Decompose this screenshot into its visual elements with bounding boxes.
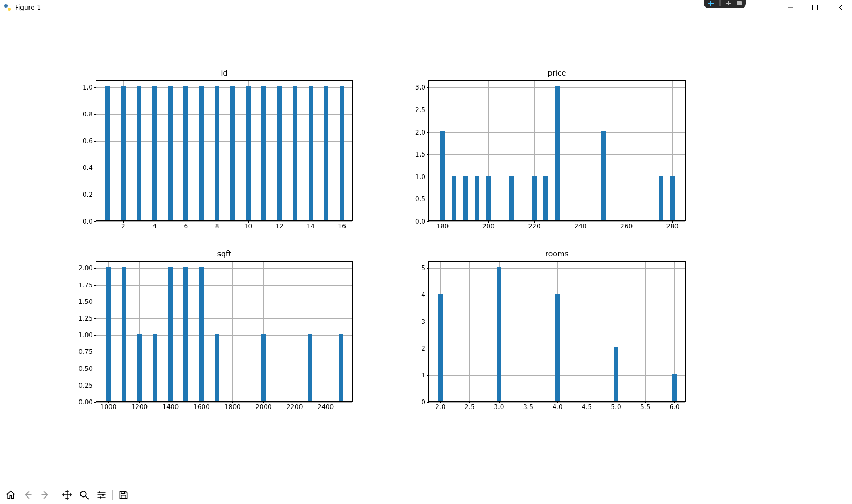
back-button[interactable] <box>20 487 35 502</box>
grid-line <box>96 268 352 269</box>
overlay-divider <box>719 0 721 6</box>
tick-mark <box>427 349 429 349</box>
tick-mark <box>427 295 429 295</box>
grid-line <box>627 81 627 220</box>
bar <box>183 86 188 220</box>
axes-sqft: sqft0.000.250.500.751.001.251.501.752.00… <box>96 261 353 402</box>
tick-mark <box>94 114 96 115</box>
grid-line <box>96 402 352 403</box>
axes-title: rooms <box>428 249 686 258</box>
plot-area: 0.00.20.40.60.81.0246810121416 <box>96 80 353 221</box>
x-tick-label: 4 <box>152 223 157 230</box>
bar <box>230 86 235 220</box>
bar <box>308 334 313 401</box>
grid-line <box>528 262 528 401</box>
plot-area: 0123452.02.53.03.54.04.55.05.56.0 <box>428 261 686 402</box>
tick-mark <box>94 402 96 403</box>
grid-line <box>326 262 326 401</box>
bar <box>440 131 445 220</box>
maximize-button[interactable] <box>803 0 827 15</box>
bar <box>614 347 619 401</box>
bar <box>246 86 251 220</box>
axes-price: price0.00.51.01.52.02.53.018020022024026… <box>428 80 686 221</box>
grid-line <box>96 335 352 336</box>
tick-mark <box>94 352 96 352</box>
bar <box>452 176 457 220</box>
y-tick-label: 1.0 <box>83 84 93 91</box>
y-tick-label: 1 <box>421 372 425 379</box>
tick-mark <box>94 318 96 319</box>
pan-button[interactable] <box>60 487 75 502</box>
grid-line <box>96 114 352 115</box>
x-tick-label: 6 <box>183 223 188 230</box>
bar <box>137 334 142 401</box>
grid-line <box>587 262 587 401</box>
x-tick-label: 16 <box>338 223 346 230</box>
zoom-button[interactable] <box>77 487 92 502</box>
tick-mark <box>94 221 96 222</box>
bar <box>168 267 173 401</box>
x-tick-label: 220 <box>528 223 541 230</box>
y-tick-label: 3 <box>421 318 425 325</box>
svg-rect-4 <box>813 5 818 10</box>
x-tick-label: 5.0 <box>611 403 621 411</box>
grid-line <box>232 262 233 401</box>
y-tick-label: 0.00 <box>78 398 93 406</box>
tick-mark <box>427 221 429 222</box>
bar <box>199 267 204 401</box>
svg-point-1 <box>8 8 11 11</box>
home-button[interactable] <box>3 487 18 502</box>
bar <box>324 86 329 220</box>
window-title: Figure 1 <box>15 4 41 11</box>
x-tick-label: 14 <box>306 223 314 230</box>
tick-mark <box>94 369 96 369</box>
bar <box>486 176 491 220</box>
x-tick-label: 2400 <box>318 403 334 411</box>
x-tick-label: 2200 <box>287 403 303 411</box>
bar <box>497 267 502 401</box>
bar <box>152 86 157 220</box>
y-tick-label: 4 <box>421 291 425 299</box>
y-tick-label: 0.25 <box>78 382 93 389</box>
grid-line <box>96 87 352 88</box>
bar <box>340 86 344 220</box>
grid-line <box>96 386 352 386</box>
svg-rect-7 <box>102 494 104 495</box>
y-tick-label: 1.0 <box>415 173 425 181</box>
x-tick-label: 5.5 <box>640 403 650 411</box>
bar <box>293 86 298 220</box>
bar <box>670 176 675 220</box>
grid-line <box>429 221 685 222</box>
x-tick-label: 1800 <box>224 403 241 411</box>
bar <box>509 176 514 220</box>
forward-button[interactable] <box>38 487 53 502</box>
y-tick-label: 2.5 <box>415 106 425 114</box>
tick-mark <box>427 322 429 322</box>
bar <box>309 86 313 220</box>
close-button[interactable] <box>827 0 852 15</box>
y-tick-label: 3.0 <box>415 84 425 91</box>
x-tick-label: 2000 <box>255 403 272 411</box>
configure-subplots-button[interactable] <box>94 487 109 502</box>
y-tick-label: 0.5 <box>415 195 425 203</box>
y-tick-label: 0.50 <box>78 365 93 373</box>
axes-rooms: rooms0123452.02.53.03.54.04.55.05.56.0 <box>428 261 686 402</box>
y-tick-label: 0.6 <box>83 137 93 145</box>
plot-area: 0.000.250.500.751.001.251.501.752.001000… <box>96 261 353 402</box>
y-tick-label: 1.50 <box>78 298 93 306</box>
figure-canvas: id0.00.20.40.60.81.0246810121416price0.0… <box>0 15 852 485</box>
x-tick-label: 12 <box>275 223 283 230</box>
grid-line <box>96 352 352 352</box>
y-tick-label: 2.00 <box>78 264 93 272</box>
minimize-button[interactable] <box>778 0 803 15</box>
tick-mark <box>94 87 96 88</box>
bar <box>339 334 344 401</box>
tick-mark <box>427 199 429 199</box>
grid-line <box>96 195 352 195</box>
bar <box>659 176 664 220</box>
axes-title: price <box>428 69 686 77</box>
save-button[interactable] <box>116 487 131 502</box>
x-tick-label: 4.5 <box>582 403 592 411</box>
grid-line <box>96 221 352 222</box>
x-tick-label: 2.5 <box>465 403 475 411</box>
